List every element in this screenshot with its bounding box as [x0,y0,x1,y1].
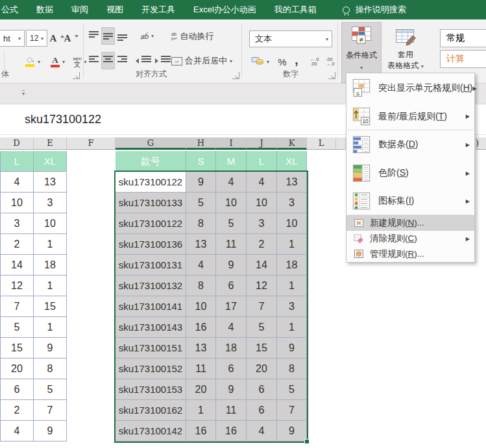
align-top-button[interactable] [87,27,101,45]
menu-item-manage-rules[interactable]: 管理规则(R)... [346,246,474,262]
number-format-select[interactable]: 文本▾ [249,30,332,47]
left-table-cell[interactable]: 20 [0,359,34,379]
number-dialog-launcher[interactable] [328,72,335,79]
main-table-cell[interactable]: 16 [186,317,216,338]
ribbon-tab-审阅[interactable]: 审阅 [62,4,97,16]
left-table-cell[interactable]: 1 [34,276,67,296]
main-table-cell[interactable]: sku173100136 [115,234,186,255]
main-table-cell[interactable]: 6 [216,276,247,296]
merge-center-button[interactable]: ↔ 合并后居中 ▾ [171,53,247,69]
main-table-cell[interactable]: 10 [247,193,277,213]
menu-item-clear-rules[interactable]: 清除规则(C)▶ [346,231,474,246]
left-table-cell[interactable]: 1 [34,317,67,338]
accounting-format-button[interactable]: ▾ [248,53,273,70]
column-header-D[interactable]: D [0,137,34,150]
main-table-cell[interactable]: sku173100133 [115,193,186,213]
main-table-cell[interactable]: 5 [186,193,216,213]
main-table-cell[interactable]: sku173100142 [115,421,186,442]
column-header-E[interactable]: E [34,137,67,150]
main-table-cell[interactable]: 6 [247,400,277,421]
wrap-text-button[interactable]: abc↵ 自动换行 [171,29,239,44]
left-table-cell[interactable]: 2 [0,234,34,255]
main-table-cell[interactable]: 2 [247,234,277,255]
main-table-cell[interactable]: sku173100131 [115,255,186,276]
column-header-F[interactable]: F [67,137,115,150]
main-table-cell[interactable]: 11 [186,359,216,379]
active-cell[interactable]: sku173100122 [115,172,186,193]
main-table-cell[interactable]: 9 [277,338,307,359]
main-table-cell[interactable]: 8 [277,359,307,379]
main-table-cell[interactable]: 9 [186,172,216,193]
main-table-cell[interactable]: 7 [277,400,307,421]
column-header-G[interactable]: G [115,137,186,150]
column-header-J[interactable]: J [247,137,277,150]
main-table-cell[interactable]: 4 [216,172,247,193]
main-table-cell[interactable]: 14 [247,255,277,276]
left-table-cell[interactable]: 9 [34,421,67,442]
main-table-cell[interactable]: 11 [216,234,247,255]
main-table-cell[interactable]: 6 [216,359,247,379]
main-table-cell[interactable]: 1 [277,234,307,255]
column-header-H[interactable]: H [186,137,216,150]
main-table-cell[interactable]: 8 [186,276,216,296]
main-table-cell[interactable]: 4 [247,172,277,193]
ribbon-tab-数据[interactable]: 数据 [27,4,62,16]
main-table-cell[interactable]: 18 [277,255,307,276]
orientation-button[interactable]: ab▾ [136,27,158,45]
menu-item-color-scales[interactable]: 色阶(S)▶ [346,159,474,187]
main-table-cell[interactable]: 13 [186,338,216,359]
main-table-cell[interactable]: 10 [277,213,307,234]
cell-style-calculation[interactable]: 计算 [440,50,486,68]
left-table-cell[interactable]: 9 [34,338,67,359]
left-table-cell[interactable]: 15 [34,296,67,317]
column-header-hidden[interactable] [336,137,346,150]
left-table-cell[interactable]: 4 [0,421,34,442]
left-table-cell[interactable]: 3 [0,213,34,234]
left-table-cell[interactable]: 3 [34,193,67,213]
percent-style-button[interactable]: % [275,53,289,70]
ribbon-tab-视图[interactable]: 视图 [97,4,132,16]
left-table-cell[interactable]: 6 [0,379,34,400]
fill-handle[interactable] [304,439,310,444]
align-bottom-button[interactable] [115,27,129,45]
name-box-dropdown-icon[interactable]: ▾ [22,90,25,97]
main-table-cell[interactable]: 3 [277,296,307,317]
font-color-button[interactable]: A ▾ [47,53,69,70]
main-table-cell[interactable]: 5 [277,379,307,400]
decrease-font-button[interactable]: A [65,30,78,47]
font-name-select[interactable]: ht▾ [0,30,25,47]
fill-color-button[interactable]: ▾ [21,53,44,70]
main-table-cell[interactable]: 13 [186,234,216,255]
main-table-cell[interactable]: 3 [277,193,307,213]
main-table-cell[interactable]: sku173100153 [115,379,186,400]
left-table-cell[interactable]: 8 [34,359,67,379]
align-left-button[interactable] [87,52,101,69]
font-dialog-launcher[interactable] [73,72,80,79]
main-table-header-M[interactable]: M [216,151,247,172]
main-table-cell[interactable]: 17 [216,296,247,317]
tell-me-search[interactable]: 操作说明搜索 [343,4,406,16]
main-table-cell[interactable]: 16 [216,421,247,442]
main-table-cell[interactable]: 20 [247,359,277,379]
main-table-cell[interactable]: 12 [247,276,277,296]
main-table-cell[interactable]: 9 [277,421,307,442]
align-center-button[interactable] [101,52,115,69]
main-table-cell[interactable]: 8 [186,213,216,234]
main-table-cell[interactable]: 4 [247,421,277,442]
main-table-cell[interactable]: 1 [186,400,216,421]
main-table-cell[interactable]: sku173100152 [115,359,186,379]
left-table-cell[interactable]: 10 [0,193,34,213]
left-table-cell[interactable]: 5 [34,379,67,400]
column-header-I[interactable]: I [216,137,247,150]
align-middle-button[interactable] [101,27,115,45]
main-table-cell[interactable]: 6 [247,379,277,400]
align-right-button[interactable] [115,52,129,69]
menu-item-top-bottom-rules[interactable]: 10最前/最后规则(T)▶ [346,103,474,130]
left-table-cell[interactable]: 5 [0,317,34,338]
main-table-cell[interactable]: 3 [247,213,277,234]
main-table-cell[interactable]: 5 [216,213,247,234]
ribbon-tab-开发工具[interactable]: 开发工具 [132,4,184,16]
comma-style-button[interactable]: , [292,52,301,69]
alignment-dialog-launcher[interactable] [232,72,239,79]
decrease-indent-button[interactable] [135,52,153,69]
